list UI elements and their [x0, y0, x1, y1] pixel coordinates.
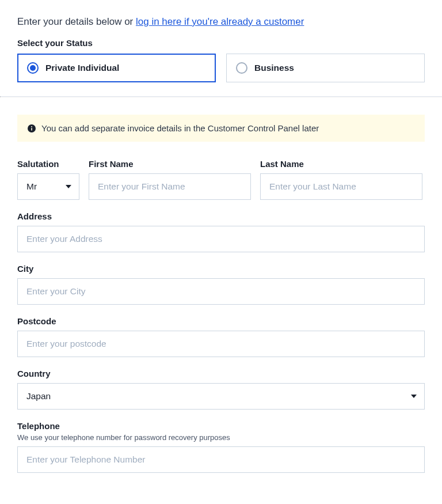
svg-rect-1 — [31, 128, 32, 130]
country-select[interactable]: Japan — [17, 383, 425, 410]
last-name-label: Last Name — [260, 159, 422, 169]
info-notice-text: You can add separate invoice details in … — [41, 123, 319, 133]
address-field[interactable] — [17, 226, 425, 252]
address-label: Address — [17, 211, 425, 221]
first-name-field[interactable] — [89, 173, 251, 200]
svg-point-2 — [31, 126, 32, 127]
postcode-label: Postcode — [17, 316, 425, 326]
intro-prefix: Enter your details below or — [17, 16, 136, 27]
city-field[interactable] — [17, 278, 425, 305]
status-radio-group: Private Individual Business — [17, 54, 425, 82]
telephone-sublabel: We use your telephone number for passwor… — [17, 433, 425, 442]
city-label: City — [17, 264, 425, 274]
status-option-business[interactable]: Business — [226, 54, 425, 82]
login-link[interactable]: log in here if you're already a customer — [136, 16, 304, 27]
status-label: Select your Status — [17, 38, 425, 48]
last-name-field[interactable] — [260, 173, 422, 200]
radio-icon — [236, 62, 247, 74]
salutation-label: Salutation — [17, 159, 79, 169]
status-option-label: Private Individual — [45, 63, 119, 73]
radio-icon — [27, 62, 39, 74]
country-label: Country — [17, 369, 425, 378]
postcode-field[interactable] — [17, 331, 425, 357]
first-name-label: First Name — [89, 159, 251, 169]
info-notice: You can add separate invoice details in … — [17, 115, 425, 142]
telephone-field[interactable] — [17, 446, 425, 473]
info-icon — [28, 124, 36, 132]
status-option-private[interactable]: Private Individual — [17, 54, 216, 82]
telephone-label: Telephone — [17, 421, 425, 431]
salutation-select[interactable]: Mr — [17, 173, 79, 200]
status-option-label: Business — [254, 63, 294, 73]
intro-text: Enter your details below or log in here … — [17, 16, 425, 28]
